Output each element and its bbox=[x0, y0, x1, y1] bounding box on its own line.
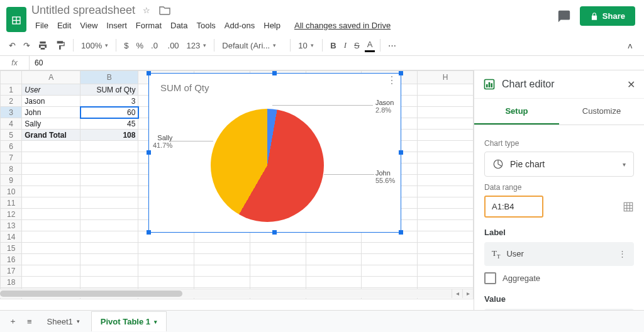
chevron-down-icon[interactable]: ▾ bbox=[77, 318, 80, 324]
cell-G16[interactable] bbox=[362, 254, 418, 265]
chart-type-select[interactable]: Pie chart ▾ bbox=[484, 152, 634, 177]
percent-icon[interactable]: % bbox=[133, 38, 146, 53]
cell-E14[interactable] bbox=[250, 231, 306, 243]
aggregate-checkbox-row[interactable]: Aggregate bbox=[484, 272, 634, 284]
row-header[interactable]: 9 bbox=[1, 175, 22, 186]
cell-E17[interactable] bbox=[250, 265, 306, 277]
cell-H8[interactable] bbox=[418, 163, 474, 175]
cell-A15[interactable] bbox=[22, 243, 80, 254]
row-header[interactable]: 18 bbox=[1, 277, 22, 288]
row-header[interactable]: 4 bbox=[1, 118, 22, 130]
cell-B5[interactable]: 108 bbox=[80, 130, 138, 141]
cell-G15[interactable] bbox=[362, 243, 418, 254]
scroll-left-icon[interactable]: ◂ bbox=[452, 289, 462, 298]
cell-G18[interactable] bbox=[362, 277, 418, 288]
font-family-select[interactable]: Default (Ari... bbox=[219, 38, 285, 53]
cell-H14[interactable] bbox=[418, 231, 474, 243]
cell-C16[interactable] bbox=[138, 254, 194, 265]
cell-D16[interactable] bbox=[194, 254, 250, 265]
cell-B9[interactable] bbox=[80, 175, 138, 186]
cell-H16[interactable] bbox=[418, 254, 474, 265]
cell-F14[interactable] bbox=[306, 231, 362, 243]
embedded-chart[interactable]: ⋮ SUM of Qty Jason2.8% John55.6% Sally41… bbox=[148, 73, 401, 233]
cell-H6[interactable] bbox=[418, 141, 474, 152]
cell-B15[interactable] bbox=[80, 243, 138, 254]
label-chip-menu-icon[interactable]: ⋮ bbox=[618, 249, 626, 258]
cell-B7[interactable] bbox=[80, 152, 138, 163]
cell-B17[interactable] bbox=[80, 265, 138, 277]
bold-icon[interactable]: B bbox=[328, 38, 338, 53]
comments-icon[interactable] bbox=[557, 9, 571, 23]
menu-format[interactable]: Format bbox=[132, 18, 165, 33]
sheets-app-icon[interactable] bbox=[6, 7, 26, 32]
cell-A1[interactable]: User bbox=[22, 84, 80, 96]
cell-B2[interactable]: 3 bbox=[80, 96, 138, 107]
row-header[interactable]: 16 bbox=[1, 254, 22, 265]
cell-F16[interactable] bbox=[306, 254, 362, 265]
col-header-H[interactable]: H bbox=[418, 71, 474, 84]
scroll-right-icon[interactable]: ▸ bbox=[462, 289, 473, 298]
redo-icon[interactable]: ↷ bbox=[21, 38, 33, 53]
row-header[interactable]: 12 bbox=[1, 209, 22, 220]
number-format-select[interactable]: 123 bbox=[184, 38, 209, 53]
cell-H15[interactable] bbox=[418, 243, 474, 254]
cell-E16[interactable] bbox=[250, 254, 306, 265]
cell-B18[interactable] bbox=[80, 277, 138, 288]
star-icon[interactable]: ☆ bbox=[142, 6, 152, 15]
row-header[interactable]: 7 bbox=[1, 152, 22, 163]
more-tools-icon[interactable]: ⋯ bbox=[386, 38, 399, 53]
cell-A7[interactable] bbox=[22, 152, 80, 163]
cell-A8[interactable] bbox=[22, 163, 80, 175]
cell-H11[interactable] bbox=[418, 197, 474, 209]
cell-H1[interactable] bbox=[418, 84, 474, 96]
menu-edit[interactable]: Edit bbox=[53, 18, 75, 33]
italic-icon[interactable]: I bbox=[341, 38, 349, 53]
cell-F18[interactable] bbox=[306, 277, 362, 288]
cell-H10[interactable] bbox=[418, 186, 474, 197]
row-header[interactable]: 3 bbox=[1, 107, 22, 118]
cell-A6[interactable] bbox=[22, 141, 80, 152]
paint-format-icon[interactable] bbox=[53, 38, 68, 53]
move-folder-icon[interactable] bbox=[158, 6, 172, 15]
zoom-select[interactable]: 100% bbox=[79, 38, 111, 53]
row-header[interactable]: 10 bbox=[1, 186, 22, 197]
cell-A9[interactable] bbox=[22, 175, 80, 186]
cell-C18[interactable] bbox=[138, 277, 194, 288]
cell-A17[interactable] bbox=[22, 265, 80, 277]
cell-B8[interactable] bbox=[80, 163, 138, 175]
cell-H17[interactable] bbox=[418, 265, 474, 277]
row-header[interactable]: 17 bbox=[1, 265, 22, 277]
font-size-select[interactable]: 10 bbox=[296, 38, 317, 53]
select-all-corner[interactable] bbox=[1, 71, 22, 84]
cell-B16[interactable] bbox=[80, 254, 138, 265]
cell-A13[interactable] bbox=[22, 220, 80, 231]
row-header[interactable]: 2 bbox=[1, 96, 22, 107]
row-header[interactable]: 13 bbox=[1, 220, 22, 231]
chevron-down-icon[interactable]: ▾ bbox=[154, 319, 157, 325]
undo-icon[interactable]: ↶ bbox=[6, 38, 18, 53]
formula-input[interactable]: 60 bbox=[30, 56, 48, 70]
cell-A18[interactable] bbox=[22, 277, 80, 288]
horizontal-scrollbar[interactable]: ◂ ▸ bbox=[0, 289, 473, 298]
cell-A10[interactable] bbox=[22, 186, 80, 197]
share-button[interactable]: Share bbox=[580, 6, 635, 26]
cell-G14[interactable] bbox=[362, 231, 418, 243]
cell-D18[interactable] bbox=[194, 277, 250, 288]
cell-C14[interactable] bbox=[138, 231, 194, 243]
cell-E15[interactable] bbox=[250, 243, 306, 254]
checkbox-icon[interactable] bbox=[484, 272, 496, 284]
label-chip[interactable]: TT User ⋮ bbox=[484, 242, 634, 266]
cell-H12[interactable] bbox=[418, 209, 474, 220]
cell-A3[interactable]: John bbox=[22, 107, 80, 118]
cell-A2[interactable]: Jason bbox=[22, 96, 80, 107]
cell-H4[interactable] bbox=[418, 118, 474, 130]
cell-F17[interactable] bbox=[306, 265, 362, 277]
strikethrough-icon[interactable]: S bbox=[352, 38, 362, 53]
currency-icon[interactable]: $ bbox=[121, 38, 131, 53]
cell-D14[interactable] bbox=[194, 231, 250, 243]
cell-A16[interactable] bbox=[22, 254, 80, 265]
cell-H2[interactable] bbox=[418, 96, 474, 107]
cell-B12[interactable] bbox=[80, 209, 138, 220]
col-header-B[interactable]: B bbox=[80, 71, 138, 84]
cell-H7[interactable] bbox=[418, 152, 474, 163]
